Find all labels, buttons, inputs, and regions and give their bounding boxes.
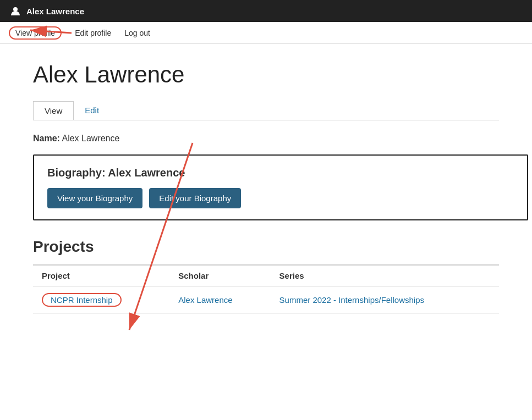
- projects-table: Project Scholar Series NCPR InternshipAl…: [33, 264, 499, 314]
- series-link[interactable]: Summer 2022 - Internships/Fellowships: [279, 295, 424, 305]
- tab-view[interactable]: View: [33, 101, 74, 120]
- series-cell: Summer 2022 - Internships/Fellowships: [271, 286, 499, 314]
- name-field: Name: Alex Lawrence: [33, 134, 499, 143]
- view-biography-button[interactable]: View your Biography: [47, 188, 142, 208]
- main-content: Alex Lawrence View Edit Name: Alex Lawre…: [0, 44, 532, 331]
- top-navbar: Alex Lawrence: [0, 0, 532, 22]
- name-value: Alex Lawrence: [62, 134, 119, 143]
- name-label: Name:: [33, 134, 60, 143]
- scholar-link[interactable]: Alex Lawrence: [178, 295, 232, 305]
- log-out-link[interactable]: Log out: [124, 29, 150, 37]
- biography-box: Biography: Alex Lawrence View your Biogr…: [33, 154, 528, 220]
- biography-title: Biography: Alex Lawrence: [47, 167, 514, 179]
- col-scholar: Scholar: [169, 265, 270, 286]
- project-link[interactable]: NCPR Internship: [51, 295, 113, 305]
- edit-profile-link[interactable]: Edit profile: [75, 29, 111, 37]
- projects-title: Projects: [33, 238, 499, 256]
- table-row: NCPR InternshipAlex LawrenceSummer 2022 …: [33, 286, 499, 314]
- profile-tabs: View Edit: [33, 101, 499, 120]
- table-header-row: Project Scholar Series: [33, 265, 499, 286]
- col-series: Series: [271, 265, 499, 286]
- tab-edit[interactable]: Edit: [74, 101, 110, 120]
- secondary-navbar: View profile Edit profile Log out: [0, 22, 532, 44]
- edit-biography-button[interactable]: Edit your Biography: [149, 188, 241, 208]
- view-profile-link[interactable]: View profile: [9, 26, 62, 40]
- nav-username: Alex Lawrence: [26, 7, 84, 16]
- bio-buttons: View your Biography Edit your Biography: [47, 188, 514, 208]
- svg-point-0: [13, 7, 18, 12]
- projects-section: Projects Project Scholar Series NCPR Int…: [33, 238, 499, 314]
- user-icon: [9, 4, 22, 18]
- page-title: Alex Lawrence: [33, 62, 499, 88]
- col-project: Project: [33, 265, 169, 286]
- scholar-cell: Alex Lawrence: [169, 286, 270, 314]
- project-cell: NCPR Internship: [33, 286, 169, 314]
